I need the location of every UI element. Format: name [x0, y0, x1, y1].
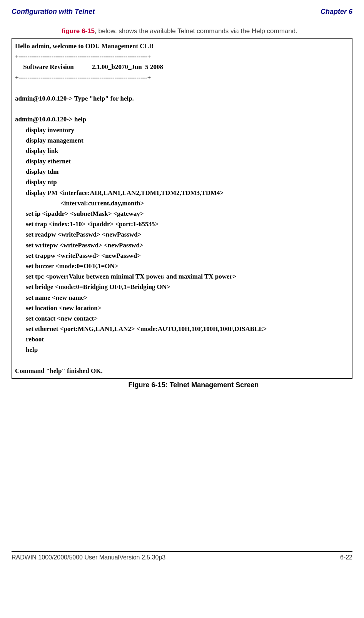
cli-cmd: display ethernet [15, 156, 349, 166]
figure-caption: Figure 6-15: Telnet Management Screen [35, 381, 352, 389]
page-header: Configuration with Telnet Chapter 6 [12, 8, 352, 16]
page-footer: RADWIN 1000/2000/5000 User ManualVersion… [12, 551, 352, 561]
cli-cmd: set trappw <writePasswd> <newPasswd> [15, 250, 349, 261]
cli-cmd: help [15, 344, 349, 355]
intro-text: figure 6-15, below, shows the available … [62, 27, 352, 35]
cli-cmd: set ethernet <port:MNG,LAN1,LAN2> <mode:… [15, 324, 349, 334]
cli-cmd: display ntp [15, 177, 349, 187]
cli-cmd: display PM <interface:AIR,LAN1,LAN2,TDM1… [15, 188, 349, 198]
cli-cmd: set buzzer <mode:0=OFF,1=ON> [15, 261, 349, 271]
figure-reference: figure 6-15 [62, 27, 95, 35]
intro-rest: , below, shows the available Telnet comm… [95, 27, 297, 35]
cli-cmd: display inventory [15, 125, 349, 135]
header-right: Chapter 6 [321, 8, 352, 16]
cli-cmd: set location <new location> [15, 303, 349, 313]
cli-cmd: set readpw <writePasswd> <newPasswd> [15, 229, 349, 240]
cli-welcome: Hello admin, welcome to ODU Management C… [15, 41, 349, 51]
cli-output-box: Hello admin, welcome to ODU Management C… [12, 38, 352, 379]
cli-interval: <interval:current,day,month> [15, 198, 349, 208]
cli-rule: +---------------------------------------… [15, 51, 349, 62]
cli-cmd: set tpc <power:Value between minimal TX … [15, 271, 349, 282]
footer-left: RADWIN 1000/2000/5000 User ManualVersion… [12, 554, 165, 561]
cli-cmd: display tdm [15, 166, 349, 177]
cli-blank3 [15, 355, 349, 366]
header-left: Configuration with Telnet [12, 8, 95, 16]
cli-blank2 [15, 104, 349, 114]
cli-blank [15, 83, 349, 93]
cli-typehelp: admin@10.0.0.120-> Type "help" for help. [15, 93, 349, 104]
cli-cmd: set name <new name> [15, 292, 349, 303]
cli-cmd: set ip <ipaddr> <subnetMask> <gateway> [15, 208, 349, 219]
cli-cmd: display management [15, 135, 349, 146]
cli-finished: Command "help" finished OK. [15, 366, 349, 376]
cli-cmd: set bridge <mode:0=Bridging OFF,1=Bridgi… [15, 282, 349, 292]
cli-rule2: +---------------------------------------… [15, 72, 349, 83]
cli-cmd: set trap <index:1-10> <ipaddr> <port:1-6… [15, 219, 349, 229]
cli-swrev: Software Revision 2.1.00_b2070_Jun 5 200… [15, 62, 349, 72]
cli-cmd: reboot [15, 334, 349, 344]
cli-cmd: display link [15, 146, 349, 156]
cli-cmd: set writepw <writePasswd> <newPasswd> [15, 240, 349, 250]
cli-cmd: set contact <new contact> [15, 313, 349, 324]
cli-helpcmd: admin@10.0.0.120-> help [15, 114, 349, 124]
footer-right: 6-22 [340, 554, 352, 561]
